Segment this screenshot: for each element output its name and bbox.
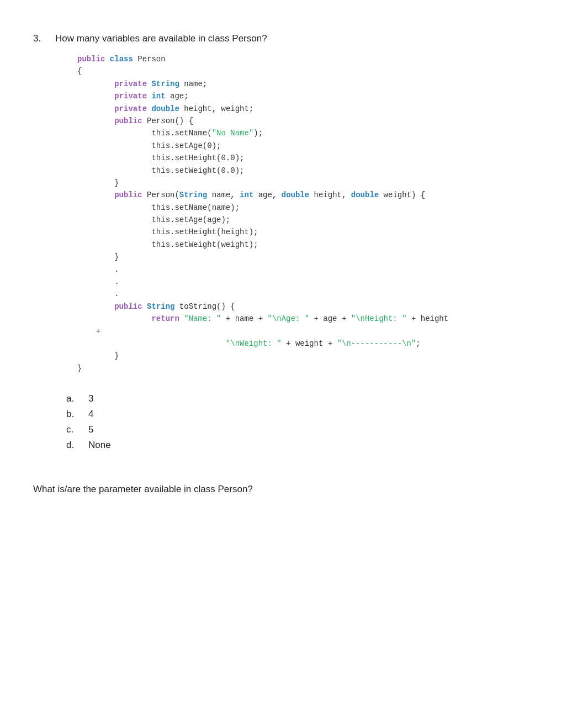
- answer-value-d: None: [88, 440, 111, 451]
- code-line-23: return "Name: " + name + "\nAge: " + age…: [77, 313, 555, 325]
- next-question-text: What is/are the parameter available in c…: [33, 484, 555, 495]
- code-line-27: }: [77, 362, 555, 374]
- code-line-7: public Person() {: [77, 115, 555, 127]
- answer-item-a[interactable]: a. 3: [66, 393, 555, 404]
- code-line-11: this.setWeight(0.0);: [77, 165, 555, 177]
- question-text: How many variables are available in clas…: [55, 33, 267, 44]
- code-line-21: .: [77, 288, 555, 300]
- code-line-22: public String toString() {: [77, 300, 555, 313]
- code-line-26: }: [77, 350, 555, 362]
- code-line-2: {: [77, 65, 555, 77]
- answer-value-c: 5: [88, 424, 93, 435]
- answer-letter-b: b.: [66, 409, 82, 420]
- code-line-1: public class Person: [77, 53, 555, 65]
- answer-letter-a: a.: [66, 393, 82, 404]
- answer-value-a: 3: [88, 393, 93, 404]
- code-line-25: "\nWeight: " + weight + "\n-----------\n…: [77, 337, 555, 350]
- question-header: 3. How many variables are available in c…: [33, 33, 555, 44]
- code-line-13: public Person(String name, int age, doub…: [77, 189, 555, 201]
- code-line-12: }: [77, 177, 555, 189]
- code-line-14: this.setName(name);: [77, 202, 555, 214]
- code-line-5: private double height, weight;: [77, 103, 555, 115]
- code-line-19: .: [77, 263, 555, 276]
- code-line-3: private String name;: [77, 78, 555, 90]
- answer-letter-d: d.: [66, 440, 82, 451]
- code-line-16: this.setHeight(height);: [77, 226, 555, 238]
- code-line-10: this.setHeight(0.0);: [77, 152, 555, 164]
- question-container: 3. How many variables are available in c…: [33, 33, 555, 495]
- answer-letter-c: c.: [66, 424, 82, 435]
- code-line-20: .: [77, 276, 555, 288]
- answer-item-d[interactable]: d. None: [66, 440, 555, 451]
- code-line-8: this.setName("No Name");: [77, 127, 555, 139]
- code-line-4: private int age;: [77, 90, 555, 102]
- answer-value-b: 4: [88, 409, 93, 420]
- code-line-15: this.setAge(age);: [77, 214, 555, 226]
- answers-container: a. 3 b. 4 c. 5 d. None: [66, 393, 555, 451]
- code-line-24: +: [77, 325, 555, 337]
- answer-item-b[interactable]: b. 4: [66, 409, 555, 420]
- question-number: 3.: [33, 33, 50, 44]
- code-line-17: this.setWeight(weight);: [77, 239, 555, 251]
- code-line-9: this.setAge(0);: [77, 140, 555, 152]
- code-block: public class Person { private String nam…: [77, 53, 555, 374]
- code-line-18: }: [77, 251, 555, 263]
- answer-item-c[interactable]: c. 5: [66, 424, 555, 435]
